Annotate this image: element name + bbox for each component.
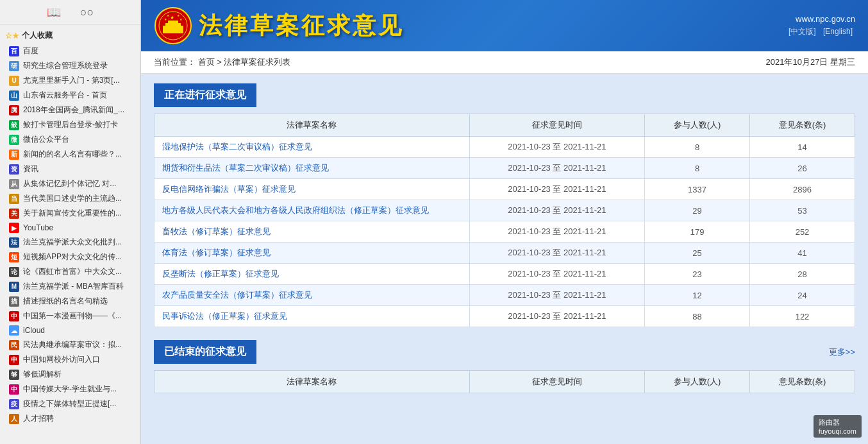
cell-name[interactable]: 期货和衍生品法（草案二次审议稿）征求意见: [154, 158, 470, 179]
sidebar-top-bar: 📖 ○○: [0, 0, 140, 25]
book-icon: 📖: [47, 5, 61, 19]
sidebar-item-label-falankeke: 法兰克福学派大众文化批判...: [23, 237, 122, 248]
table-row: 体育法（修订草案）征求意见 2021-10-23 至 2021-11-21 25…: [154, 243, 855, 264]
cell-comments: 26: [750, 158, 855, 179]
more-link[interactable]: 更多>>: [829, 346, 855, 358]
cell-comments: 28: [750, 264, 855, 285]
sidebar-item-punch[interactable]: 鲛 鲛打卡管理后台登录-鲛打卡: [0, 117, 140, 132]
cell-comments: 2896: [750, 179, 855, 200]
table-row: 民事诉讼法（修正草案）征求意见 2021-10-23 至 2021-11-21 …: [154, 306, 855, 327]
completed-section-title: 已结束的征求意见: [154, 340, 256, 364]
sidebar-item-label-zhiku: 中国知网校外访问入口: [23, 354, 100, 365]
cell-name[interactable]: 畜牧法（修订草案）征求意见: [154, 221, 470, 243]
sidebar-item-youtube[interactable]: ▶ YouTube: [0, 221, 140, 235]
favicon-zhiku: 中: [9, 355, 19, 365]
sidebar-item-tencent[interactable]: 腾 2018年全国两会_腾讯新闻_...: [0, 103, 140, 117]
main-content: ★ ★ ★ ★ ★ 法律草案征求意见 www.npc.gov.cn [中文版] …: [141, 0, 868, 444]
favorites-section: ☆★ 个人收藏 百 百度 研 研究生综合管理系统登录 U 尤克里里新手入门 - …: [0, 25, 140, 429]
table-row: 农产品质量安全法（修订草案）征求意见 2021-10-23 至 2021-11-…: [154, 285, 855, 306]
cell-name[interactable]: 民事诉讼法（修正草案）征求意见: [154, 306, 470, 327]
content-area: 正在进行征求意见 法律草案名称 征求意见时间 参与人数(人) 意见条数(条) 湿…: [141, 74, 868, 444]
favicon-mba: M: [9, 282, 19, 292]
sidebar-item-graduate[interactable]: 研 研究生综合管理系统登录: [0, 58, 140, 73]
sidebar-item-media2[interactable]: 中 中国传媒大学-学生就业与...: [0, 382, 140, 397]
cell-participants: 23: [645, 264, 750, 285]
sidebar-item-describe[interactable]: 描 描述报纸的名言名句精选: [0, 294, 140, 309]
favicon-u: U: [9, 76, 19, 86]
sidebar-item-label-info: 资讯: [23, 164, 38, 175]
cell-participants: 8: [645, 158, 750, 179]
sidebar-item-icloud[interactable]: ☁ iCloud: [0, 323, 140, 337]
sidebar-item-shandong[interactable]: 山 山东省云服务平台 - 首页: [0, 88, 140, 103]
cell-name[interactable]: 反垄断法（修正草案）征求意见: [154, 264, 470, 285]
page-header: ★ ★ ★ ★ ★ 法律草案征求意见 www.npc.gov.cn [中文版] …: [141, 0, 868, 51]
sidebar-item-media[interactable]: 关 关于新闻宣传文化重要性的...: [0, 206, 140, 221]
sidebar-item-label-u: 尤克里里新手入门 - 第3页[...: [23, 75, 120, 86]
sidebar-item-mba[interactable]: M 法兰克福学派 - MBA智库百科: [0, 279, 140, 294]
cell-name[interactable]: 湿地保护法（草案二次审议稿）征求意见: [154, 137, 470, 158]
sidebar-item-talent[interactable]: 人 人才招聘: [0, 411, 140, 426]
sidebar-item-label-tencent: 2018年全国两会_腾讯新闻_...: [23, 105, 124, 115]
sidebar-item-baidu[interactable]: 百 百度: [0, 44, 140, 58]
cell-participants: 8: [645, 137, 750, 158]
sidebar-item-label-memory: 从集体记忆到个体记忆 对...: [23, 178, 116, 189]
favicon-civil: 民: [9, 340, 19, 350]
col-header-name: 法律草案名称: [154, 114, 470, 137]
favicon-graduate: 研: [9, 61, 19, 71]
active-section: 正在进行征求意见 法律草案名称 征求意见时间 参与人数(人) 意见条数(条) 湿…: [154, 83, 855, 327]
cell-period: 2021-10-23 至 2021-11-21: [469, 285, 644, 306]
cell-name[interactable]: 反电信网络诈骗法（草案）征求意见: [154, 179, 470, 200]
page-date: 2021年10月27日 星期三: [766, 56, 855, 68]
favicon-wechat: 微: [9, 135, 19, 145]
sidebar-item-zhiku[interactable]: 中 中国知网校外访问入口: [0, 352, 140, 367]
sidebar-item-reduce[interactable]: 够 够低调解析: [0, 367, 140, 382]
sidebar-item-wechat[interactable]: 微 微信公众平台: [0, 132, 140, 147]
sidebar-item-label-video: 短视频APP对大众文化的传...: [23, 252, 122, 262]
header-title: 法律草案征求意见: [199, 10, 404, 42]
favicon-shandong: 山: [9, 90, 19, 101]
table-row: 畜牧法（修订草案）征求意见 2021-10-23 至 2021-11-21 17…: [154, 221, 855, 243]
cell-name[interactable]: 体育法（修订草案）征求意见: [154, 243, 470, 264]
active-section-title: 正在进行征求意见: [154, 83, 256, 107]
sidebar-item-info[interactable]: 资 资讯: [0, 162, 140, 176]
cell-comments: 53: [750, 200, 855, 221]
cell-name[interactable]: 地方各级人民代表大会和地方各级人民政府组织法（修正草案）征求意见: [154, 200, 470, 221]
lang-en-link[interactable]: [English]: [823, 27, 853, 36]
sidebar-item-label-xihong: 论《西虹市首富》中大众文...: [23, 266, 122, 277]
favicon-epidemic: 疫: [9, 399, 19, 409]
sidebar-item-news3[interactable]: 新 新闻的的名人名言有哪些？...: [0, 147, 140, 162]
sidebar-item-label-news3: 新闻的的名人名言有哪些？...: [23, 149, 122, 160]
cell-period: 2021-10-23 至 2021-11-21: [469, 158, 644, 179]
favicon-icloud: ☁: [9, 325, 19, 336]
favorites-label: 个人收藏: [22, 30, 53, 41]
completed-table-header-row: 法律草案名称 征求意见时间 参与人数(人) 意见条数(条): [154, 371, 855, 393]
completed-col-header-participants: 参与人数(人): [645, 371, 750, 393]
col-header-participants: 参与人数(人): [645, 114, 750, 137]
sidebar-item-falankeke[interactable]: 法 法兰克福学派大众文化批判...: [0, 235, 140, 250]
favicon-youtube: ▶: [9, 223, 19, 233]
favicon-describe: 描: [9, 296, 19, 307]
header-lang[interactable]: [中文版] [English]: [786, 26, 855, 37]
cell-comments: 24: [750, 285, 855, 306]
completed-col-header-name: 法律草案名称: [154, 371, 470, 393]
cell-name[interactable]: 农产品质量安全法（修订草案）征求意见: [154, 285, 470, 306]
sidebar-item-xihong[interactable]: 论 论《西虹市首富》中大众文...: [0, 264, 140, 279]
watermark: 路由器fuyouqi.com: [814, 415, 862, 438]
sidebar-item-u[interactable]: U 尤克里里新手入门 - 第3页[...: [0, 73, 140, 88]
sidebar-item-label-shandong: 山东省云服务平台 - 首页: [23, 90, 107, 101]
sidebar-item-civil[interactable]: 民 民法典继承编草案审议：拟...: [0, 337, 140, 352]
sidebar-item-label-wechat: 微信公众平台: [23, 134, 69, 145]
cell-comments: 252: [750, 221, 855, 243]
sidebar-item-epidemic[interactable]: 疫 疫情之下媒体转型正提速[...: [0, 397, 140, 411]
breadcrumb-bar: 当前位置： 首页 > 法律草案征求列表 2021年10月27日 星期三: [141, 51, 868, 74]
table-row: 湿地保护法（草案二次审议稿）征求意见 2021-10-23 至 2021-11-…: [154, 137, 855, 158]
sidebar-item-manga[interactable]: 中 中国第一本漫画刊物——《...: [0, 309, 140, 323]
sidebar-item-video[interactable]: 短 短视频APP对大众文化的传...: [0, 250, 140, 264]
lang-cn-link[interactable]: [中文版]: [789, 27, 816, 36]
sidebar-item-memory[interactable]: 从 从集体记忆到个体记忆 对...: [0, 176, 140, 191]
sidebar-item-history[interactable]: 当 当代美国口述史学的主流趋...: [0, 191, 140, 206]
sidebar-item-label-media2: 中国传媒大学-学生就业与...: [23, 384, 117, 395]
breadcrumb: 当前位置： 首页 > 法律草案征求列表: [154, 56, 290, 68]
sidebar-item-label-baidu: 百度: [23, 46, 38, 56]
cell-period: 2021-10-23 至 2021-11-21: [469, 200, 644, 221]
